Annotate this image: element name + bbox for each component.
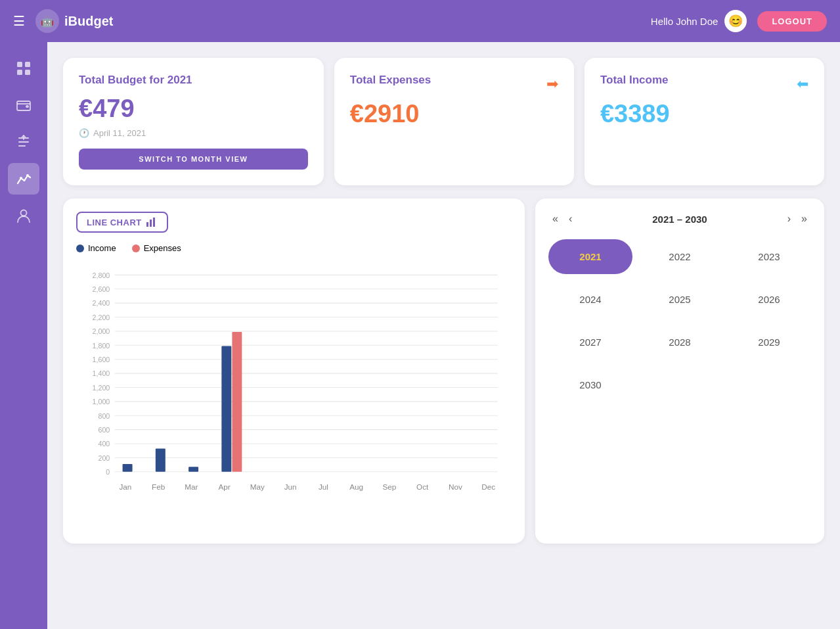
income-card: Total Income ⬅ €3389 [585, 58, 824, 185]
budget-card: Total Budget for 2021 €479 🕐 April 11, 2… [63, 58, 324, 185]
svg-text:1,800: 1,800 [93, 342, 110, 350]
svg-rect-14 [150, 220, 152, 227]
legend-income-dot [76, 245, 84, 252]
svg-text:May: May [250, 482, 265, 491]
logo-icon: 🤖 [35, 9, 59, 33]
cal-first-button[interactable]: « [548, 212, 562, 226]
legend-expenses: Expenses [132, 243, 181, 253]
cal-nav-left: « ‹ [548, 212, 576, 226]
logo-text: iBudget [64, 14, 113, 29]
svg-text:0: 0 [106, 468, 110, 476]
sidebar-item-transactions[interactable] [8, 126, 39, 158]
cal-last-button[interactable]: » [797, 212, 811, 226]
bar-apr-expense [232, 332, 242, 472]
svg-text:Feb: Feb [152, 482, 166, 491]
svg-rect-13 [146, 222, 148, 227]
legend-expenses-label: Expenses [144, 243, 181, 253]
calendar-grid: 2021202220232024202520262027202820292030 [548, 239, 811, 402]
svg-rect-3 [25, 70, 30, 75]
cal-year-2024[interactable]: 2024 [548, 282, 632, 317]
svg-text:800: 800 [98, 412, 110, 420]
svg-text:1,200: 1,200 [93, 384, 110, 392]
svg-text:2,600: 2,600 [93, 285, 110, 293]
switch-view-button[interactable]: SWITCH TO MONTH VIEW [79, 149, 308, 170]
chart-card: LINE CHART Income Expenses [63, 198, 525, 544]
svg-point-11 [26, 174, 29, 177]
svg-text:Jun: Jun [284, 482, 297, 491]
calendar-nav: « ‹ 2021 – 2030 › » [548, 212, 811, 226]
legend-income-label: Income [88, 243, 116, 253]
layout: Total Budget for 2021 €479 🕐 April 11, 2… [0, 42, 840, 629]
svg-text:2,000: 2,000 [93, 327, 110, 335]
expenses-header-row: Total Expenses ➡ [350, 74, 558, 95]
svg-text:Nov: Nov [449, 482, 462, 491]
bar-mar-income [188, 467, 198, 471]
expenses-amount: €2910 [350, 100, 558, 128]
cal-year-2027[interactable]: 2027 [548, 325, 632, 360]
income-arrow-icon: ⬅ [797, 76, 808, 93]
svg-text:Jul: Jul [319, 482, 328, 491]
svg-text:Aug: Aug [349, 482, 363, 491]
main-content: Total Budget for 2021 €479 🕐 April 11, 2… [47, 42, 840, 629]
cal-nav-right: › » [784, 212, 811, 226]
logout-button[interactable]: LOGOUT [757, 11, 827, 32]
bar-jan-income [123, 464, 133, 472]
logo: 🤖 iBudget [35, 9, 651, 33]
sidebar-item-analytics[interactable] [8, 163, 39, 195]
chart-area: 2,800 2,600 2,400 2,200 2,000 1,800 1,60… [76, 261, 512, 530]
expenses-card: Total Expenses ➡ €2910 [334, 58, 574, 185]
svg-text:600: 600 [98, 426, 110, 434]
svg-text:1,600: 1,600 [93, 356, 110, 363]
greeting-text: Hello John Doe [651, 16, 718, 27]
user-greeting: Hello John Doe 😊 [651, 10, 747, 32]
chart-toggle-button[interactable]: LINE CHART [76, 212, 168, 233]
cal-range-label: 2021 – 2030 [652, 214, 707, 225]
income-title: Total Income [600, 74, 669, 87]
svg-text:200: 200 [98, 454, 110, 462]
cal-year-2026[interactable]: 2026 [727, 282, 811, 317]
cal-year-2028[interactable]: 2028 [638, 325, 722, 360]
svg-text:1,000: 1,000 [93, 398, 110, 406]
avatar: 😊 [724, 10, 747, 32]
bar-feb-income [156, 449, 166, 472]
budget-amount: €479 [79, 95, 308, 123]
cal-year-2023[interactable]: 2023 [727, 239, 811, 274]
chart-legend: Income Expenses [76, 243, 512, 253]
svg-text:Sep: Sep [382, 482, 396, 491]
cal-year-2022[interactable]: 2022 [638, 239, 722, 274]
bottom-section: LINE CHART Income Expenses [63, 198, 824, 544]
svg-text:1,400: 1,400 [93, 369, 110, 377]
cal-year-2029[interactable]: 2029 [727, 325, 811, 360]
sidebar [0, 42, 47, 629]
cal-next-button[interactable]: › [784, 212, 795, 226]
svg-text:2,800: 2,800 [93, 271, 110, 279]
menu-icon[interactable]: ☰ [13, 13, 25, 29]
header: ☰ 🤖 iBudget Hello John Doe 😊 LOGOUT [0, 0, 840, 42]
expenses-arrow-icon: ➡ [546, 76, 558, 93]
bar-chart-icon [146, 217, 158, 227]
cal-prev-button[interactable]: ‹ [565, 212, 576, 226]
chart-toggle-label: LINE CHART [87, 218, 142, 227]
calendar-card: « ‹ 2021 – 2030 › » 20212022202320242025… [535, 198, 824, 544]
svg-text:2,200: 2,200 [93, 314, 110, 321]
svg-text:Oct: Oct [416, 482, 429, 491]
expenses-title: Total Expenses [350, 74, 431, 87]
bar-chart-svg: 2,800 2,600 2,400 2,200 2,000 1,800 1,60… [76, 261, 512, 528]
svg-text:2,400: 2,400 [93, 299, 110, 307]
sidebar-item-wallet[interactable] [8, 89, 39, 121]
svg-rect-5 [26, 105, 29, 108]
legend-income: Income [76, 243, 116, 253]
svg-rect-1 [25, 62, 30, 67]
cal-year-2021[interactable]: 2021 [548, 239, 632, 274]
svg-text:400: 400 [98, 440, 110, 448]
sidebar-item-profile[interactable] [8, 200, 39, 231]
income-amount: €3389 [600, 100, 808, 128]
cal-year-2030[interactable]: 2030 [548, 367, 632, 402]
sidebar-item-dashboard[interactable] [8, 53, 39, 84]
y-axis: 2,800 2,600 2,400 2,200 2,000 1,800 1,60… [93, 271, 498, 476]
svg-rect-15 [153, 218, 155, 227]
cal-year-2025[interactable]: 2025 [638, 282, 722, 317]
svg-rect-0 [17, 62, 22, 67]
legend-expenses-dot [132, 245, 140, 252]
svg-text:Dec: Dec [481, 482, 495, 491]
